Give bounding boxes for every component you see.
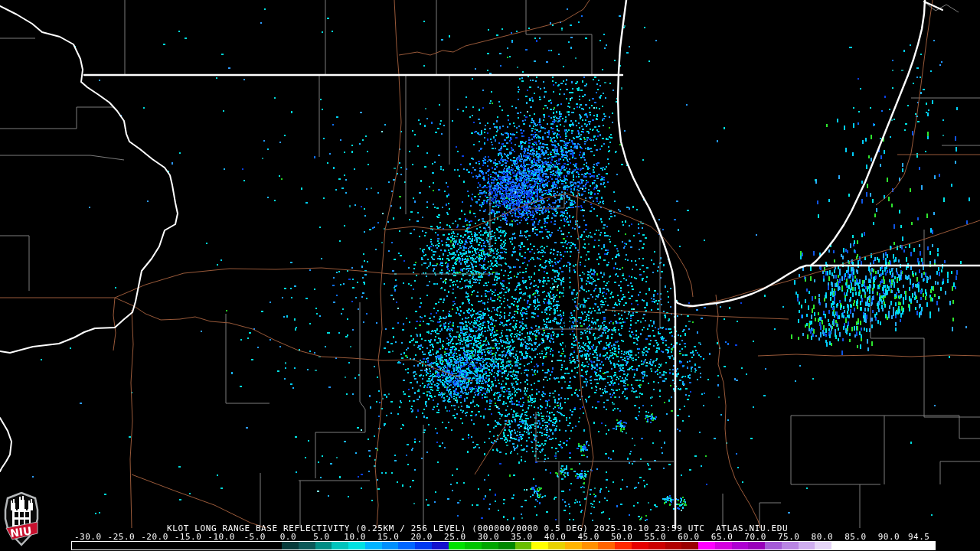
scale-label: 60.0 <box>678 533 700 541</box>
scale-label: 80.0 <box>812 533 834 541</box>
scale-label: 30.0 <box>478 533 500 541</box>
scale-label: 85.0 <box>844 533 867 541</box>
scale-label: 94.5 <box>908 533 930 541</box>
scale-label: -15.0 <box>175 533 202 541</box>
scale-label: 40.0 <box>544 533 567 541</box>
scale-label: 35.0 <box>511 533 533 541</box>
scale-label: -25.0 <box>108 533 136 541</box>
scale-label: 50.0 <box>611 533 633 541</box>
scale-label: -10.0 <box>207 533 235 541</box>
scale-label: -5.0 <box>243 533 266 541</box>
scale-label: 25.0 <box>444 533 466 541</box>
niu-castle-icon <box>11 496 33 527</box>
radar-echo-layer <box>0 0 980 551</box>
scale-label: 15.0 <box>377 533 400 541</box>
colorbar-tick-labels: -30.0-25.0-20.0-15.0-10.0-5.00.05.010.01… <box>0 533 980 541</box>
scale-label: 75.0 <box>778 533 800 541</box>
reflectivity-colorbar <box>71 541 936 550</box>
scale-label: 10.0 <box>344 533 366 541</box>
scale-label: 45.0 <box>577 533 599 541</box>
scale-label: 0.0 <box>280 533 296 541</box>
scale-label: 20.0 <box>410 533 433 541</box>
niu-logo: NIU <box>3 492 40 547</box>
scale-label: -30.0 <box>74 533 102 541</box>
scale-label: 90.0 <box>878 533 900 541</box>
scale-label: -20.0 <box>141 533 168 541</box>
scale-label: 65.0 <box>711 533 733 541</box>
scale-label: 5.0 <box>313 533 329 541</box>
radar-display: KLOT LONG RANGE BASE REFLECTIVITY (0.25K… <box>0 0 980 551</box>
scale-label: 70.0 <box>744 533 766 541</box>
scale-label: 55.0 <box>645 533 667 541</box>
